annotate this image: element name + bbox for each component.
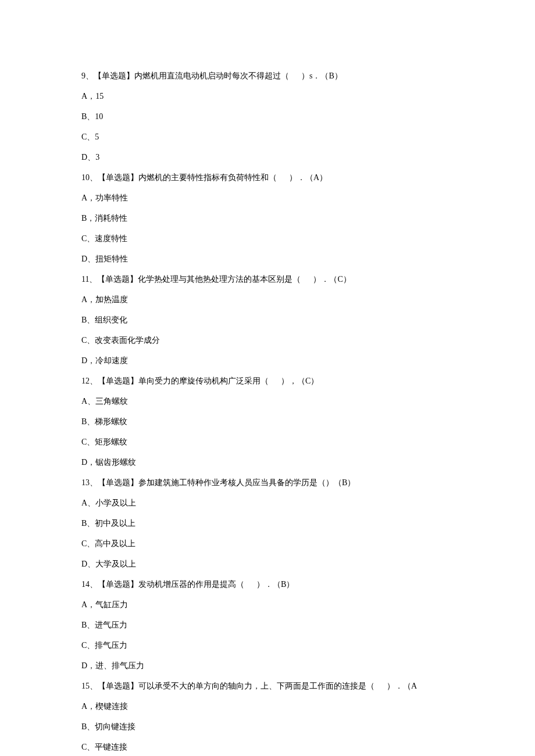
- option-text: 排气压力: [95, 641, 127, 650]
- option-line: A，15: [81, 90, 454, 102]
- option-line: B、梯形螺纹: [81, 415, 454, 428]
- option-separator: ，: [87, 295, 95, 304]
- option-separator: 、: [87, 132, 95, 141]
- question-number: 15: [81, 682, 90, 690]
- option-text: 3: [95, 153, 99, 162]
- question-text-after: ）．（C）: [313, 275, 351, 284]
- option-separator: 、: [87, 722, 95, 731]
- question-type: 【单选题】: [98, 478, 138, 487]
- option-separator: 、: [87, 743, 95, 751]
- question-type: 【单选题】: [98, 377, 138, 385]
- option-text: 速度特性: [95, 234, 127, 243]
- question-stem: 10、【单选题】内燃机的主要特性指标有负荷特性和（ ）．（A）: [81, 171, 454, 184]
- option-line: C、排气压力: [81, 639, 454, 651]
- option-letter: D: [81, 560, 87, 568]
- option-letter: B: [81, 214, 87, 223]
- option-text: 组织变化: [95, 316, 127, 324]
- option-separator: 、: [87, 234, 95, 243]
- option-text: 进、排气压力: [95, 661, 144, 670]
- option-text: 锯齿形螺纹: [95, 458, 136, 467]
- option-line: D、3: [81, 151, 454, 163]
- option-letter: D: [81, 458, 87, 467]
- question-type: 【单选题】: [98, 580, 138, 589]
- option-line: A，加热温度: [81, 293, 454, 306]
- question-type: 【单选题】: [98, 682, 138, 690]
- question-text-after: ）．（A）: [289, 173, 327, 182]
- option-line: B、组织变化: [81, 314, 454, 326]
- option-line: D，锯齿形螺纹: [81, 456, 454, 468]
- option-separator: ，: [87, 458, 95, 467]
- question-text-before: 单向受力的摩旋传动机构广泛采用（: [138, 377, 269, 385]
- option-separator: 、: [87, 438, 95, 446]
- option-line: A，气缸压力: [81, 599, 454, 611]
- blank-space: [244, 578, 256, 590]
- option-text: 改变表面化学成分: [95, 336, 160, 345]
- question-stem: 11、【单选题】化学热处理与其他热处理方法的基本区别是（ ）．（C）: [81, 273, 454, 285]
- option-letter: B: [81, 112, 87, 121]
- option-letter: C: [81, 438, 87, 446]
- option-line: B、进气压力: [81, 619, 454, 631]
- blank-space: [301, 273, 313, 285]
- option-text: 楔键连接: [95, 702, 128, 711]
- question-text-before: 发动机增压器的作用是提高（: [138, 580, 244, 589]
- option-line: C、高中及以上: [81, 538, 454, 550]
- option-separator: 、: [87, 519, 95, 528]
- option-text: 5: [95, 132, 99, 141]
- option-separator: 、: [87, 417, 95, 426]
- question-stem: 9、【单选题】内燃机用直流电动机启动时每次不得超过（ ）s．（B）: [81, 70, 454, 82]
- option-line: A，功率特性: [81, 192, 454, 204]
- option-text: 高中及以上: [95, 539, 135, 548]
- option-letter: C: [81, 234, 87, 243]
- question-text-after: ）．（A: [387, 682, 417, 690]
- option-separator: ，: [87, 194, 95, 202]
- option-line: B，消耗特性: [81, 212, 454, 224]
- option-text: 切向键连接: [95, 722, 135, 731]
- option-text: 大学及以上: [95, 560, 136, 568]
- separator: 、: [90, 682, 98, 690]
- option-letter: A: [81, 194, 87, 202]
- option-separator: 、: [87, 499, 95, 507]
- question-type: 【单选题】: [97, 275, 138, 284]
- separator: 、: [90, 173, 98, 182]
- question-text-after: ）s．（B）: [301, 71, 343, 80]
- question-type: 【单选题】: [94, 71, 134, 80]
- option-text: 矩形螺纹: [95, 438, 127, 446]
- option-letter: C: [81, 641, 87, 650]
- question-number: 13: [81, 478, 90, 487]
- option-letter: D: [81, 356, 87, 365]
- blank-space: [289, 70, 301, 82]
- option-separator: 、: [87, 255, 95, 263]
- option-letter: A: [81, 702, 87, 711]
- option-separator: 、: [87, 621, 95, 629]
- question-number: 11: [81, 275, 89, 284]
- question-stem: 12、【单选题】单向受力的摩旋传动机构广泛采用（ ），（C）: [81, 375, 454, 387]
- option-separator: 、: [87, 336, 95, 345]
- question-stem: 13、【单选题】参加建筑施工特种作业考核人员应当具备的学历是（）（B）: [81, 476, 454, 489]
- blank-space: [277, 171, 289, 184]
- option-line: B、切向键连接: [81, 721, 454, 733]
- option-letter: D: [81, 153, 87, 162]
- question-text-after: ）．（B）: [256, 580, 294, 589]
- question-stem: 15、【单选题】可以承受不大的单方向的轴向力，上、下两面是工作面的连接是（ ）．…: [81, 680, 454, 692]
- option-letter: B: [81, 519, 87, 528]
- option-letter: A: [81, 499, 87, 507]
- question-number: 9: [81, 71, 85, 80]
- question-text-after: ），（C）: [281, 377, 319, 385]
- option-separator: ，: [87, 214, 95, 223]
- blank-space: [269, 375, 281, 387]
- document-body: 9、【单选题】内燃机用直流电动机启动时每次不得超过（ ）s．（B）A，15B、1…: [81, 70, 454, 756]
- question-number: 10: [81, 173, 90, 182]
- option-text: 10: [95, 112, 103, 121]
- option-letter: C: [81, 743, 87, 751]
- option-letter: B: [81, 621, 87, 629]
- option-text: 冷却速度: [95, 356, 128, 365]
- option-separator: 、: [87, 153, 95, 162]
- option-text: 梯形螺纹: [95, 417, 127, 426]
- option-separator: ，: [87, 600, 95, 609]
- option-line: A，楔键连接: [81, 700, 454, 712]
- question-text-before: 内燃机的主要特性指标有负荷特性和（: [138, 173, 277, 182]
- option-separator: 、: [87, 560, 95, 568]
- option-separator: ，: [87, 702, 95, 711]
- option-text: 功率特性: [95, 194, 128, 202]
- option-separator: ，: [87, 92, 95, 101]
